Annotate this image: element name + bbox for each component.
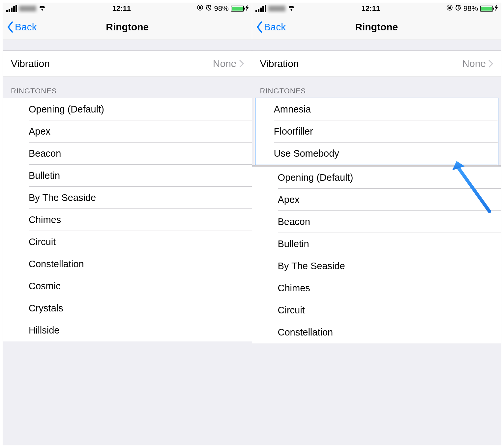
ringtone-item[interactable]: Chimes bbox=[252, 277, 501, 299]
ringtone-item[interactable]: Apex bbox=[252, 189, 501, 211]
ringtone-item[interactable]: Beacon bbox=[3, 143, 252, 165]
ringtone-item[interactable]: Floorfiller bbox=[255, 120, 498, 143]
ringtone-item[interactable]: Crystals bbox=[3, 297, 252, 319]
back-label: Back bbox=[264, 21, 286, 33]
ringtones-section-header: RINGTONES bbox=[252, 77, 501, 98]
vibration-value: None bbox=[213, 58, 237, 69]
ringtone-item[interactable]: By The Seaside bbox=[3, 187, 252, 209]
ringtone-item[interactable]: Apex bbox=[3, 120, 252, 143]
battery-percentage: 98% bbox=[463, 4, 478, 13]
battery-icon bbox=[231, 6, 244, 12]
ringtone-item[interactable]: Bulletin bbox=[252, 233, 501, 255]
ringtone-label: Chimes bbox=[29, 214, 61, 225]
cellular-signal-icon bbox=[6, 5, 17, 12]
navigation-bar: Back Ringtone bbox=[252, 14, 501, 40]
ringtone-item[interactable]: By The Seaside bbox=[252, 255, 501, 277]
ringtone-label: Bulletin bbox=[29, 170, 60, 181]
ringtone-label: Apex bbox=[278, 194, 300, 205]
ringtone-label: Floorfiller bbox=[274, 126, 313, 137]
vibration-row[interactable]: Vibration None bbox=[3, 50, 252, 77]
wifi-icon bbox=[38, 4, 46, 13]
back-button[interactable]: Back bbox=[256, 21, 286, 33]
custom-ringtones-highlight: AmnesiaFloorfillerUse Somebody bbox=[255, 98, 499, 165]
phone-screen-right: XXX 12:11 98% Back Ringtone bbox=[252, 3, 502, 445]
chevron-right-icon bbox=[239, 60, 244, 68]
ringtone-label: Beacon bbox=[278, 216, 310, 227]
status-time: 12:11 bbox=[362, 4, 380, 13]
ringtone-item[interactable]: Circuit bbox=[252, 299, 501, 321]
ringtones-list: Opening (Default)ApexBeaconBulletinBy Th… bbox=[252, 167, 501, 343]
ringtone-label: Circuit bbox=[278, 305, 305, 316]
back-label: Back bbox=[15, 21, 37, 33]
ringtone-label: Circuit bbox=[29, 237, 56, 247]
ringtone-item[interactable]: Opening (Default) bbox=[252, 167, 501, 189]
navigation-bar: Back Ringtone bbox=[3, 14, 252, 40]
ringtone-item[interactable]: Opening (Default) bbox=[3, 98, 252, 120]
ringtone-item[interactable]: Constellation bbox=[3, 253, 252, 275]
ringtone-label: Amnesia bbox=[274, 104, 311, 115]
status-time: 12:11 bbox=[112, 4, 131, 13]
ringtone-label: Opening (Default) bbox=[29, 104, 104, 115]
ringtone-label: Constellation bbox=[278, 327, 333, 338]
back-button[interactable]: Back bbox=[7, 21, 37, 33]
status-bar: XXX 12:11 98% bbox=[3, 3, 252, 14]
phone-screen-left: XXX 12:11 98% Back Ringtone bbox=[3, 3, 252, 445]
wifi-icon bbox=[287, 4, 295, 13]
chevron-right-icon bbox=[489, 60, 493, 68]
chevron-left-icon bbox=[7, 21, 14, 33]
ringtone-label: Beacon bbox=[29, 148, 61, 159]
alarm-icon bbox=[455, 4, 461, 13]
ringtone-item[interactable]: Beacon bbox=[252, 211, 501, 233]
battery-icon bbox=[480, 6, 493, 12]
ringtone-label: Cosmic bbox=[29, 281, 61, 292]
page-title: Ringtone bbox=[3, 21, 252, 33]
ringtone-item[interactable]: Chimes bbox=[3, 209, 252, 231]
ringtone-item[interactable]: Use Somebody bbox=[255, 143, 498, 165]
ringtone-item[interactable]: Cosmic bbox=[3, 275, 252, 297]
battery-percentage: 98% bbox=[214, 4, 228, 13]
content-area: Vibration None RINGTONES Opening (Defaul… bbox=[3, 40, 252, 445]
ringtones-list: Opening (Default)ApexBeaconBulletinBy Th… bbox=[3, 98, 252, 341]
status-bar: XXX 12:11 98% bbox=[252, 3, 501, 14]
ringtone-item[interactable]: Hillside bbox=[3, 319, 252, 341]
orientation-lock-icon bbox=[197, 4, 203, 13]
ringtone-label: By The Seaside bbox=[29, 192, 96, 203]
ringtone-item[interactable]: Circuit bbox=[3, 231, 252, 253]
ringtone-item[interactable]: Bulletin bbox=[3, 165, 252, 187]
ringtone-label: By The Seaside bbox=[278, 261, 345, 272]
vibration-value: None bbox=[462, 58, 486, 69]
alarm-icon bbox=[205, 4, 212, 13]
ringtone-label: Chimes bbox=[278, 283, 310, 294]
charging-icon bbox=[245, 5, 249, 13]
ringtone-label: Apex bbox=[29, 126, 50, 137]
ringtone-label: Crystals bbox=[29, 303, 63, 314]
ringtone-item[interactable]: Amnesia bbox=[255, 98, 498, 120]
vibration-label: Vibration bbox=[11, 58, 50, 69]
orientation-lock-icon bbox=[446, 4, 453, 13]
chevron-left-icon bbox=[256, 21, 263, 33]
vibration-row[interactable]: Vibration None bbox=[252, 50, 501, 77]
ringtone-label: Hillside bbox=[29, 325, 59, 336]
ringtone-label: Opening (Default) bbox=[278, 172, 353, 183]
cellular-signal-icon bbox=[255, 5, 266, 12]
ringtone-item[interactable]: Constellation bbox=[252, 321, 501, 343]
ringtone-label: Use Somebody bbox=[274, 148, 339, 159]
vibration-label: Vibration bbox=[260, 58, 299, 69]
ringtone-label: Constellation bbox=[29, 259, 84, 270]
ringtone-label: Bulletin bbox=[278, 239, 309, 249]
page-title: Ringtone bbox=[252, 21, 501, 33]
charging-icon bbox=[494, 5, 498, 13]
carrier-label: XXX bbox=[268, 6, 285, 12]
content-area: Vibration None RINGTONES AmnesiaFloorfil… bbox=[252, 40, 501, 445]
carrier-label: XXX bbox=[19, 6, 36, 12]
ringtones-section-header: RINGTONES bbox=[3, 77, 252, 98]
